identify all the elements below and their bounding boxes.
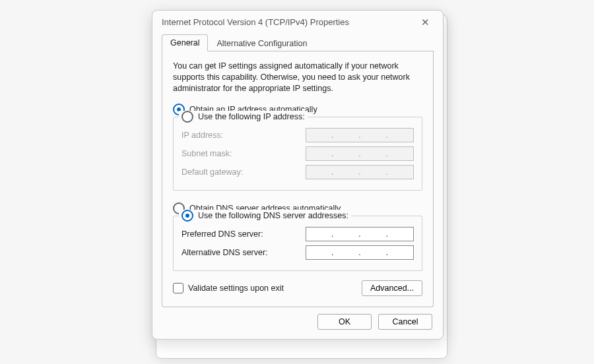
ip-octet[interactable] (390, 247, 411, 258)
ip-octet (390, 167, 411, 177)
radio-dns-manual-label: Use the following DNS server addresses: (198, 211, 348, 220)
input-ip-address: . . . (306, 128, 414, 142)
checkbox-validate-settings[interactable]: Validate settings upon exit (173, 283, 284, 293)
label-alternative-dns: Alternative DNS server: (182, 248, 268, 257)
row-subnet-mask: Subnet mask: . . . (182, 146, 414, 161)
row-preferred-dns: Preferred DNS server: . . . (182, 227, 414, 241)
label-ip-address: IP address: (182, 131, 223, 140)
ip-octet (335, 130, 356, 140)
titlebar: Internet Protocol Version 4 (TCP/IPv4) P… (152, 11, 443, 32)
tab-general-label: General (170, 38, 199, 47)
close-icon[interactable]: ✕ (417, 16, 434, 28)
tab-alternative-configuration[interactable]: Alternative Configuration (208, 35, 315, 51)
ip-octet (390, 148, 411, 159)
window-title: Internet Protocol Version 4 (TCP/IPv4) P… (162, 17, 349, 27)
tcpip4-properties-dialog: Internet Protocol Version 4 (TCP/IPv4) P… (152, 10, 444, 340)
radio-ip-manual[interactable]: Use the following IP address: (179, 111, 308, 123)
ip-octet[interactable] (308, 247, 329, 258)
input-subnet-mask: . . . (306, 146, 414, 161)
ip-octet[interactable] (335, 247, 356, 258)
label-default-gateway: Default gateway: (182, 167, 243, 177)
checkbox-icon (173, 283, 183, 293)
validate-row: Validate settings upon exit Advanced... (173, 280, 422, 296)
ip-octet (335, 167, 356, 177)
ip-octet (363, 130, 384, 140)
tabstrip: General Alternative Configuration (162, 34, 434, 51)
radio-icon (182, 210, 193, 222)
input-preferred-dns[interactable]: . . . (306, 227, 414, 241)
ip-octet[interactable] (390, 229, 411, 239)
row-alternative-dns: Alternative DNS server: . . . (182, 245, 414, 260)
ip-octet (363, 148, 384, 159)
fieldset-ip-manual: Use the following IP address: IP address… (173, 117, 422, 191)
description-text: You can get IP settings assigned automat… (173, 61, 422, 94)
dialog-client-area: General Alternative Configuration You ca… (152, 34, 443, 339)
ip-octet (390, 130, 411, 140)
ip-octet[interactable] (363, 229, 384, 239)
input-alternative-dns[interactable]: . . . (306, 245, 414, 260)
ip-octet (363, 167, 384, 177)
ip-octet (308, 148, 329, 159)
ip-octet (308, 130, 329, 140)
advanced-button[interactable]: Advanced... (362, 280, 422, 296)
fieldset-dns-manual: Use the following DNS server addresses: … (173, 216, 422, 271)
ip-octet (335, 148, 356, 159)
ip-octet (308, 167, 329, 177)
ip-octet[interactable] (308, 229, 329, 239)
radio-dns-manual[interactable]: Use the following DNS server addresses: (179, 210, 351, 222)
ip-octet[interactable] (363, 247, 384, 258)
input-default-gateway: . . . (306, 165, 414, 179)
tab-alternative-label: Alternative Configuration (216, 39, 307, 48)
label-preferred-dns: Preferred DNS server: (182, 229, 263, 239)
tabpanel-general: You can get IP settings assigned automat… (162, 51, 434, 307)
ip-octet[interactable] (335, 229, 356, 239)
tab-general[interactable]: General (162, 34, 208, 51)
label-subnet-mask: Subnet mask: (182, 149, 232, 158)
radio-ip-manual-label: Use the following IP address: (198, 112, 305, 121)
ok-button[interactable]: OK (317, 314, 372, 330)
row-default-gateway: Default gateway: . . . (182, 165, 414, 179)
checkbox-validate-label: Validate settings upon exit (188, 284, 284, 293)
cancel-button[interactable]: Cancel (378, 314, 432, 330)
radio-icon (182, 111, 193, 123)
dialog-footer: OK Cancel (162, 307, 434, 330)
row-ip-address: IP address: . . . (182, 128, 414, 142)
